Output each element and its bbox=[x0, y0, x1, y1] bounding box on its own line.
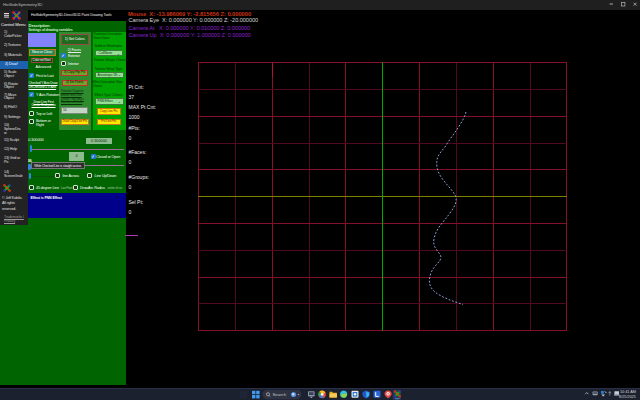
svg-text:Search: Search bbox=[273, 392, 287, 397]
